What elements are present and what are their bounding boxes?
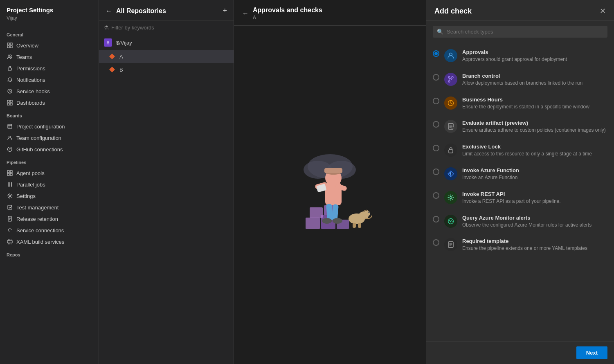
github-connections-icon [7,146,13,153]
sidebar-item-github-connections[interactable]: GitHub connections [0,144,99,155]
sidebar-item-teams[interactable]: Teams [0,51,99,63]
sidebar-item-overview[interactable]: Overview [0,40,99,51]
check-radio-exclusive-lock[interactable] [433,145,439,151]
approvals-desc: Approvers should grant approval for depl… [462,56,607,63]
required-template-text: Required template Ensure the pipeline ex… [462,238,607,252]
exclusive-lock-text: Exclusive Lock Limit access to this reso… [462,144,607,157]
next-button[interactable]: Next [576,346,607,359]
check-item-approvals[interactable]: Approvals Approvers should grant approva… [426,44,614,68]
check-item-business-hours[interactable]: Business Hours Ensure the deployment is … [426,92,614,115]
teams-icon [7,54,13,60]
check-radio-evaluate-artifact[interactable] [433,121,439,128]
svg-rect-18 [10,173,12,175]
sidebar-item-settings[interactable]: Settings [0,190,99,202]
repo-item-a-name: A [119,54,123,60]
check-radio-branch-control[interactable] [433,74,439,81]
add-repository-button[interactable]: + [223,7,227,15]
svg-rect-11 [10,103,12,105]
sidebar-item-service-hooks-label: Service hooks [16,88,50,94]
query-azure-monitor-text: Query Azure Monitor alerts Observe the c… [462,215,607,229]
search-input[interactable] [447,29,603,35]
sidebar-item-dashboards-label: Dashboards [16,100,45,106]
check-radio-business-hours[interactable] [433,98,439,104]
svg-rect-16 [10,171,12,173]
overview-icon [7,42,13,49]
sidebar-item-notifications[interactable]: Notifications [0,74,99,85]
notifications-icon [7,76,13,83]
exclusive-lock-icon [444,144,457,157]
svg-point-14 [8,147,12,152]
svg-rect-10 [7,103,9,105]
check-item-invoke-azure-function[interactable]: Invoke Azure Function Invoke an Azure Fu… [426,162,614,186]
check-radio-approvals[interactable] [433,50,439,57]
sidebar: Project Settings Vijay General Overview … [0,0,99,364]
service-connections-icon [7,227,13,234]
svg-point-45 [368,211,370,213]
close-button[interactable]: ✕ [600,7,606,16]
project-configuration-icon [7,123,13,130]
sidebar-item-permissions[interactable]: Permissions [0,63,99,74]
repo-item-b[interactable]: B [99,63,234,76]
team-configuration-icon [7,135,13,141]
sidebar-item-team-configuration[interactable]: Team configuration [0,132,99,144]
main-content-area [234,26,426,364]
svg-rect-46 [353,223,356,228]
repo-group-icon: $ [104,38,112,47]
svg-point-58 [450,196,452,198]
sidebar-item-parallel-jobs[interactable]: Parallel jobs [0,179,99,190]
check-item-evaluate-artifact[interactable]: ! Evaluate artifact (preview) Ensure art… [426,115,614,139]
sidebar-item-service-hooks[interactable]: Service hooks [0,85,99,97]
sidebar-item-permissions-label: Permissions [16,65,45,72]
check-radio-invoke-azure-function[interactable] [433,169,439,175]
repo-item-a[interactable]: A [99,50,234,63]
check-item-query-azure-monitor[interactable]: Query Azure Monitor alerts Observe the c… [426,210,614,234]
svg-rect-8 [7,100,9,102]
sidebar-section-repos: Repos [0,247,99,260]
sidebar-item-project-configuration[interactable]: Project configuration [0,121,99,132]
check-item-branch-control[interactable]: Branch control Allow deployments based o… [426,68,614,92]
check-radio-query-azure-monitor[interactable] [433,216,439,222]
business-hours-desc: Ensure the deployment is started in a sp… [462,103,607,110]
check-item-exclusive-lock[interactable]: Exclusive Lock Limit access to this reso… [426,139,614,162]
repo-diamond-icon-b [109,66,115,73]
invoke-rest-api-icon [444,191,457,204]
svg-rect-9 [10,100,12,102]
repo-group-name: $/Vijay [116,40,132,46]
business-hours-icon [444,97,457,110]
sidebar-item-service-connections-label: Service connections [16,227,64,234]
svg-point-39 [322,218,332,224]
main-back-button[interactable]: ← [242,10,249,17]
filter-icon: ⚗ [104,25,109,31]
invoke-rest-api-text: Invoke REST API Invoke a REST API as a p… [462,191,607,205]
sidebar-item-service-connections[interactable]: Service connections [0,225,99,236]
search-icon: 🔍 [437,29,443,35]
filter-input[interactable] [111,25,229,31]
sidebar-item-parallel-jobs-label: Parallel jobs [16,182,45,188]
branch-control-title: Branch control [462,73,607,79]
repo-group-vijay[interactable]: $ $/Vijay [99,35,234,50]
main-panel: ← Approvals and checks A [234,0,426,364]
middle-header: ← All Repositories + [99,0,234,20]
evaluate-artifact-text: Evaluate artifact (preview) Ensure artif… [462,120,607,134]
branch-control-text: Branch control Allow deployments based o… [462,73,607,87]
check-item-required-template[interactable]: Required template Ensure the pipeline ex… [426,233,614,257]
svg-point-4 [8,55,10,56]
check-radio-required-template[interactable] [433,239,439,246]
back-button[interactable]: ← [106,7,112,15]
sidebar-item-agent-pools[interactable]: Agent pools [0,167,99,179]
sidebar-item-xaml-build-services[interactable]: XAML build services [0,236,99,247]
check-item-invoke-rest-api[interactable]: Invoke REST API Invoke a REST API as a p… [426,186,614,210]
invoke-azure-function-text: Invoke Azure Function Invoke an Azure Fu… [462,167,607,181]
middle-panel-title: All Repositories [116,7,166,15]
check-radio-invoke-rest-api[interactable] [433,192,439,199]
xaml-build-icon [7,238,13,245]
query-azure-monitor-title: Query Azure Monitor alerts [462,215,607,221]
sidebar-item-release-retention[interactable]: Release retention [0,213,99,225]
sidebar-item-teams-label: Teams [16,54,32,60]
svg-point-19 [9,195,11,197]
sidebar-section-general: General [0,27,99,40]
sidebar-section-boards: Boards [0,108,99,121]
sidebar-item-dashboards[interactable]: Dashboards [0,97,99,108]
search-bar: 🔍 [433,26,607,38]
sidebar-item-test-management[interactable]: Test management [0,202,99,213]
